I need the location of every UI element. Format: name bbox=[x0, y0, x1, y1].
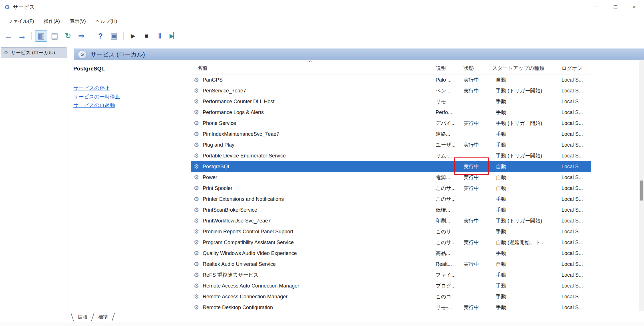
service-startup-type: 手動 bbox=[490, 206, 559, 213]
service-logon-as: Local S... bbox=[559, 250, 591, 256]
table-row[interactable]: ⚙ PanGPS Palo ... 実行中 自動 Local S... bbox=[191, 74, 591, 85]
service-description: 印刷... bbox=[433, 217, 461, 224]
service-logon-as: Local S... bbox=[559, 164, 591, 170]
service-startup-type: 自動 (遅延開始、ト... bbox=[490, 239, 559, 246]
toolbar-separator bbox=[91, 32, 91, 40]
table-row[interactable]: ⚙ Realtek Audio Universal Service Realt.… bbox=[191, 259, 591, 270]
service-description: リモ... bbox=[433, 98, 461, 105]
table-row[interactable]: ⚙ Performance Logs & Alerts Perfo... 手動 … bbox=[191, 107, 591, 118]
pause-service-link[interactable]: サービスの一時停止 bbox=[73, 92, 120, 101]
menu-file[interactable]: ファイル(F) bbox=[3, 14, 39, 29]
service-gear-icon: ⚙ bbox=[193, 185, 200, 192]
service-startup-type: 手動 (トリガー開始) bbox=[490, 217, 559, 224]
table-row[interactable]: ⚙ Performance Counter DLL Host リモ... 手動 … bbox=[191, 96, 591, 107]
table-row[interactable]: ⚙ Remote Access Auto Connection Manager … bbox=[191, 280, 591, 291]
service-startup-type: 自動 bbox=[490, 261, 559, 268]
scrollbar-thumb[interactable] bbox=[640, 181, 643, 201]
service-startup-type: 自動 bbox=[490, 76, 559, 83]
help-button[interactable]: ? bbox=[94, 30, 106, 42]
menu-view[interactable]: 表示(V) bbox=[65, 14, 91, 29]
service-logon-as: Local S... bbox=[559, 185, 591, 191]
service-description: 電源... bbox=[433, 174, 461, 181]
close-button[interactable]: × bbox=[625, 0, 644, 14]
service-startup-type: 手動 bbox=[490, 98, 559, 105]
table-row[interactable]: ⚙ Phone Service デバイ... 実行中 手動 (トリガー開始) L… bbox=[191, 118, 591, 129]
service-name: Quality Windows Audio Video Experience bbox=[203, 250, 297, 256]
service-name: Program Compatibility Assistant Service bbox=[203, 240, 294, 246]
toolbar: ←→▥▤↻⇒?▣▶■‖▶▏ bbox=[0, 29, 644, 43]
start-service-button[interactable]: ▶ bbox=[127, 30, 139, 42]
menu-action[interactable]: 操作(A) bbox=[39, 14, 65, 29]
forward-button[interactable]: → bbox=[16, 30, 28, 42]
tree-item-services-local[interactable]: ⚙ サービス (ローカル) bbox=[1, 47, 67, 58]
menu-bar: ファイル(F) 操作(A) 表示(V) ヘルプ(H) bbox=[0, 14, 644, 29]
service-name: Power bbox=[203, 175, 217, 181]
vertical-scrollbar[interactable] bbox=[639, 60, 644, 311]
service-name: Remote Access Auto Connection Manager bbox=[203, 283, 299, 289]
service-name: Plug and Play bbox=[203, 142, 234, 148]
table-row[interactable]: ⚙ Problem Reports Control Panel Support … bbox=[191, 226, 591, 237]
table-row[interactable]: ⚙ PenService_7eae7 ペン ... 実行中 手動 (トリガー開始… bbox=[191, 85, 591, 96]
refresh-button[interactable]: ↻ bbox=[62, 30, 74, 42]
service-gear-icon: ⚙ bbox=[193, 131, 200, 137]
stop-service-button[interactable]: ■ bbox=[140, 30, 152, 42]
service-logon-as: Local S... bbox=[559, 261, 591, 267]
table-row[interactable]: ⚙ ReFS 重複除去サービス ファイ... 手動 Local S... bbox=[191, 270, 591, 280]
table-row[interactable]: ⚙ Remote Access Connection Manager このコ..… bbox=[191, 291, 591, 302]
service-logon-as: Local S... bbox=[559, 175, 591, 181]
table-row[interactable]: ⚙ PrintScanBrokerService 低権... 手動 Local … bbox=[191, 204, 591, 215]
service-gear-icon: ⚙ bbox=[193, 282, 200, 289]
service-logon-as: Local S... bbox=[559, 218, 591, 224]
table-row[interactable]: ⚙ Portable Device Enumerator Service リム-… bbox=[191, 150, 591, 161]
column-header-description[interactable]: 説明 bbox=[433, 60, 461, 74]
column-header-status[interactable]: 状態 bbox=[461, 60, 490, 74]
service-description: ユーザ... bbox=[433, 141, 461, 148]
service-status: 実行中 bbox=[461, 185, 490, 192]
table-row[interactable]: ⚙ PrintWorkflowUserSvc_7eae7 印刷... 実行中 手… bbox=[191, 215, 591, 226]
column-header-logon-as[interactable]: ログオン bbox=[559, 60, 591, 74]
pause-service-button[interactable]: ‖ bbox=[154, 30, 166, 42]
sort-ascending-icon[interactable]: ^ bbox=[305, 60, 315, 64]
service-status: 実行中 bbox=[461, 87, 490, 94]
window-title: サービス bbox=[13, 3, 35, 11]
service-logon-as: Local S... bbox=[559, 229, 591, 235]
service-logon-as: Local S... bbox=[559, 131, 591, 137]
restart-service-link[interactable]: サービスの再起動 bbox=[73, 101, 120, 110]
selected-service-name: PostgreSQL bbox=[73, 66, 105, 72]
service-description: このサ... bbox=[433, 196, 461, 203]
services-list: ⚙ PanGPS Palo ... 実行中 自動 Local S... ⚙ Pe… bbox=[191, 74, 639, 311]
back-button[interactable]: ← bbox=[3, 30, 15, 42]
export-list-button[interactable]: ⇒ bbox=[75, 30, 87, 42]
properties-button[interactable]: ▤ bbox=[49, 30, 61, 42]
service-name: PrintWorkflowUserSvc_7eae7 bbox=[203, 218, 271, 224]
service-startup-type: 手動 bbox=[490, 282, 559, 289]
table-row[interactable]: ⚙ Printer Extensions and Notifications こ… bbox=[191, 194, 591, 204]
table-row[interactable]: ⚙ Remote Desktop Configuration リモ-... 実行… bbox=[191, 302, 591, 311]
show-hide-console-tree-button[interactable]: ▥ bbox=[35, 30, 47, 42]
column-header-startup-type[interactable]: スタートアップの種類 bbox=[490, 60, 559, 74]
table-row[interactable]: ⚙ PostgreSQL 実行中 自動 Local S... bbox=[191, 161, 591, 172]
minimize-button[interactable]: − bbox=[587, 0, 606, 14]
tab-extended[interactable]: 拡張 bbox=[73, 314, 92, 320]
stop-service-link[interactable]: サービスの停止 bbox=[73, 84, 120, 92]
table-row[interactable]: ⚙ Plug and Play ユーザ... 実行中 手動 Local S... bbox=[191, 139, 591, 150]
service-logon-as: Local S... bbox=[559, 120, 591, 126]
table-row[interactable]: ⚙ Power 電源... 実行中 自動 Local S... bbox=[191, 172, 591, 183]
resume-service-button[interactable]: ▶▏ bbox=[167, 30, 179, 42]
bottom-strip bbox=[0, 322, 644, 326]
table-row[interactable]: ⚙ PimIndexMaintenanceSvc_7eae7 連絡... 手動 … bbox=[191, 129, 591, 139]
service-startup-type: 手動 bbox=[490, 228, 559, 235]
service-description: このサ... bbox=[433, 239, 461, 246]
service-gear-icon: ⚙ bbox=[193, 239, 200, 246]
table-row[interactable]: ⚙ Print Spooler このサ... 実行中 自動 Local S... bbox=[191, 183, 591, 194]
menu-help[interactable]: ヘルプ(H) bbox=[91, 14, 122, 29]
show-hide-action-pane-button[interactable]: ▣ bbox=[108, 30, 120, 42]
table-row[interactable]: ⚙ Quality Windows Audio Video Experience… bbox=[191, 248, 591, 259]
services-gear-icon: ⚙ bbox=[4, 50, 8, 56]
maximize-button[interactable]: □ bbox=[606, 0, 625, 14]
table-row[interactable]: ⚙ Program Compatibility Assistant Servic… bbox=[191, 237, 591, 248]
tab-standard[interactable]: 標準 bbox=[94, 314, 112, 320]
services-window: ⚙ サービス − □ × ファイル(F) 操作(A) 表示(V) ヘルプ(H) … bbox=[0, 0, 644, 326]
toolbar-separator bbox=[31, 32, 32, 40]
service-status: 実行中 bbox=[461, 239, 490, 246]
